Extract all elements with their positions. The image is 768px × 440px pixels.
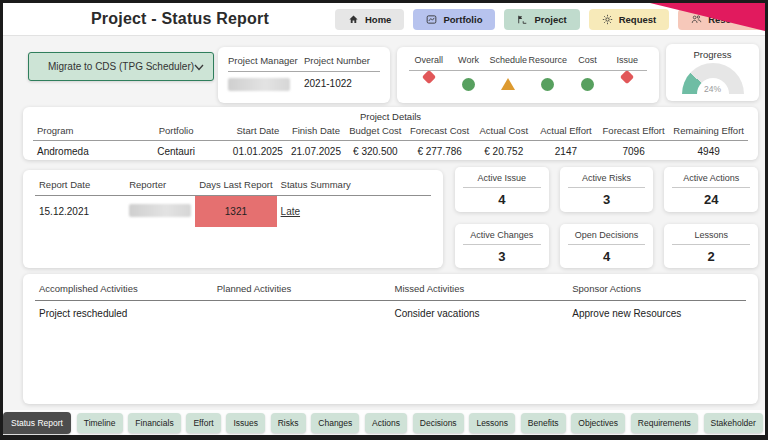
status-label: Resource: [528, 55, 568, 71]
details-column-header: Start Date: [229, 122, 287, 141]
tab-risks[interactable]: Risks: [271, 413, 306, 433]
details-column-header: Forecast Effort: [598, 122, 669, 141]
status-shape-icon: [541, 78, 554, 91]
details-row: AndromedaCentauri01.01.202521.07.2025€ 3…: [33, 141, 748, 163]
status-indicator-work: Work: [449, 55, 489, 103]
report-column-header: Status Summary: [277, 179, 431, 196]
activities-cell: Approve new Resources: [568, 301, 746, 327]
details-cell: Centauri: [123, 141, 229, 163]
kpi-label: Lessons: [672, 230, 750, 245]
details-cell: 21.07.2025: [287, 141, 345, 163]
nav-button-portfolio[interactable]: Portfolio: [413, 9, 495, 30]
kpi-value: 3: [455, 245, 549, 269]
header: Project - Status Report Home Portfolio P…: [3, 3, 765, 36]
progress-gauge-card: Progress 24%: [666, 44, 759, 101]
report-tabbar: Status Report Timeline Financials Effort…: [3, 410, 765, 435]
details-cell: Andromeda: [33, 141, 123, 163]
project-details-card: Project Details ProgramPortfolioStart Da…: [23, 107, 758, 160]
tab-objectives[interactable]: Objectives: [571, 413, 625, 433]
tab-financials[interactable]: Financials: [128, 413, 180, 433]
tab-lessons[interactable]: Lessons: [469, 413, 515, 433]
project-number-value: 2021-1022: [304, 72, 380, 93]
redacted-project-manager-value: [228, 78, 290, 91]
kpi-value: 24: [664, 188, 758, 212]
nav-button-label: Portfolio: [443, 14, 482, 25]
progress-label: Progress: [666, 49, 759, 60]
status-indicator-overall: Overall: [409, 55, 449, 103]
home-icon: [348, 14, 359, 25]
status-shape-icon: [620, 70, 634, 84]
nav-button-label: Request: [619, 14, 656, 25]
request-icon: [602, 14, 613, 25]
activities-card: Accomplished ActivitiesPlanned Activitie…: [23, 274, 758, 404]
status-shape-icon: [462, 78, 475, 91]
project-details-table: ProgramPortfolioStart DateFinish DateBud…: [33, 122, 748, 162]
tab-decisions[interactable]: Decisions: [413, 413, 464, 433]
report-table: Report DateReporterDays Last ReportStatu…: [35, 179, 431, 227]
tab-status-report[interactable]: Status Report: [3, 412, 71, 434]
details-cell: € 277.786: [406, 141, 474, 163]
status-label: Overall: [409, 55, 449, 71]
details-column-header: Program: [33, 122, 123, 141]
activities-cell: [213, 301, 391, 327]
details-cell: 4949: [669, 141, 748, 163]
status-shape-icon: [422, 70, 436, 84]
kpi-label: Active Changes: [463, 230, 541, 245]
status-indicator-schedule: Schedule: [488, 55, 528, 103]
details-cell: € 20.752: [474, 141, 534, 163]
details-cell: 7096: [598, 141, 669, 163]
details-column-header: Budget Cost: [345, 122, 406, 141]
details-column-header: Actual Cost: [474, 122, 534, 141]
kpi-grid: Active Issue 4 Active Risks 3 Active Act…: [455, 167, 758, 268]
project-selector-dropdown[interactable]: Migrate to CDS (TPG Scheduler): [28, 52, 214, 81]
portfolio-icon: [426, 14, 437, 25]
report-row: 15.12.2021 1321 Late: [35, 196, 431, 228]
chevron-down-icon: [194, 64, 204, 71]
project-manager-label: Project Manager: [228, 55, 304, 71]
resource-icon: [691, 14, 702, 25]
activities-column-header: Sponsor Actions: [568, 283, 746, 301]
details-column-header: Actual Effort: [534, 122, 598, 141]
nav-button-request[interactable]: Request: [589, 9, 669, 30]
status-indicator-cost: Cost: [568, 55, 608, 103]
status-summary-link[interactable]: Late: [281, 206, 300, 217]
report-card: Report DateReporterDays Last ReportStatu…: [23, 170, 443, 268]
tab-issues[interactable]: Issues: [226, 413, 265, 433]
tab-requirements[interactable]: Requirements: [631, 413, 698, 433]
report-date-cell: 15.12.2021: [35, 196, 125, 228]
kpi-card-open-decisions: Open Decisions 4: [560, 224, 654, 269]
report-column-header: Days Last Report: [195, 179, 276, 196]
status-shape-icon: [501, 78, 515, 90]
tab-changes[interactable]: Changes: [311, 413, 359, 433]
progress-gauge: 24%: [682, 63, 744, 94]
kpi-card-lessons: Lessons 2: [664, 224, 758, 269]
project-icon: [517, 14, 528, 25]
activities-column-header: Missed Activities: [391, 283, 569, 301]
details-cell: 2147: [534, 141, 598, 163]
activities-cell: Consider vacations: [391, 301, 569, 327]
kpi-label: Active Actions: [672, 173, 750, 188]
tab-benefits[interactable]: Benefits: [521, 413, 566, 433]
tab-stakeholder[interactable]: Stakeholder: [704, 413, 763, 433]
status-indicator-resource: Resource: [528, 55, 568, 103]
tab-timeline[interactable]: Timeline: [77, 413, 123, 433]
redacted-reporter-value: [129, 204, 191, 217]
project-selector-value: Migrate to CDS (TPG Scheduler): [48, 61, 194, 72]
tab-actions[interactable]: Actions: [365, 413, 407, 433]
kpi-card-active-changes: Active Changes 3: [455, 224, 549, 269]
kpi-value: 3: [560, 188, 654, 212]
activities-cell: Project rescheduled: [35, 301, 213, 327]
tab-effort[interactable]: Effort: [186, 413, 220, 433]
activities-column-header: Accomplished Activities: [35, 283, 213, 301]
kpi-value: 2: [664, 245, 758, 269]
activities-row: Project rescheduledConsider vacationsApp…: [35, 301, 746, 327]
kpi-card-active-actions: Active Actions 24: [664, 167, 758, 212]
details-column-header: Finish Date: [287, 122, 345, 141]
nav-button-project[interactable]: Project: [504, 9, 579, 30]
project-manager-card: Project Manager Project Number 2021-1022: [218, 47, 390, 103]
project-number-label: Project Number: [304, 55, 380, 71]
details-column-header: Forecast Cost: [406, 122, 474, 141]
kpi-label: Active Risks: [568, 173, 646, 188]
kpi-label: Open Decisions: [568, 230, 646, 245]
nav-button-home[interactable]: Home: [335, 9, 404, 30]
